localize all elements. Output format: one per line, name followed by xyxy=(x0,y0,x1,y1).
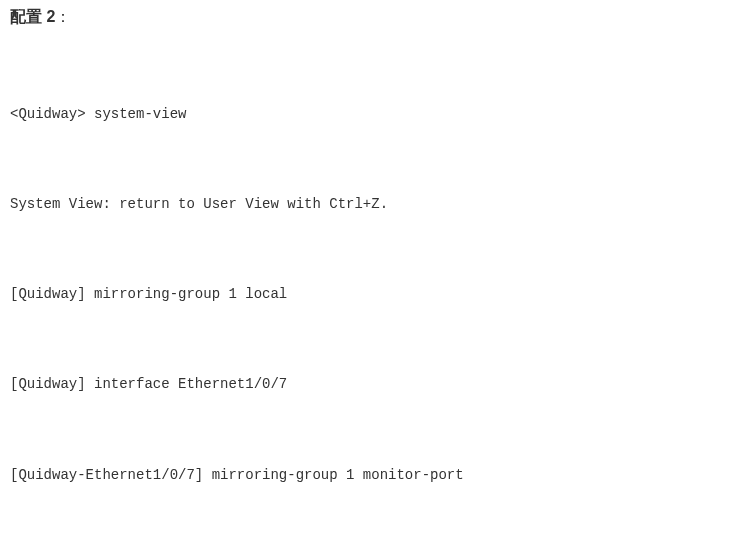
code-block: <Quidway> system-view System View: retur… xyxy=(10,38,731,537)
code-line: [Quidway-Ethernet1/0/7] mirroring-group … xyxy=(10,460,731,490)
code-line: System View: return to User View with Ct… xyxy=(10,189,731,219)
code-line: [Quidway] interface Ethernet1/0/7 xyxy=(10,369,731,399)
heading-colon: ： xyxy=(55,8,71,25)
heading-text-cn: 配置 xyxy=(10,8,46,25)
code-line: [Quidway] mirroring-group 1 local xyxy=(10,279,731,309)
code-line: <Quidway> system-view xyxy=(10,99,731,129)
document-page: 配置 2： <Quidway> system-view System View:… xyxy=(0,0,741,537)
section-heading: 配置 2： xyxy=(10,6,731,28)
